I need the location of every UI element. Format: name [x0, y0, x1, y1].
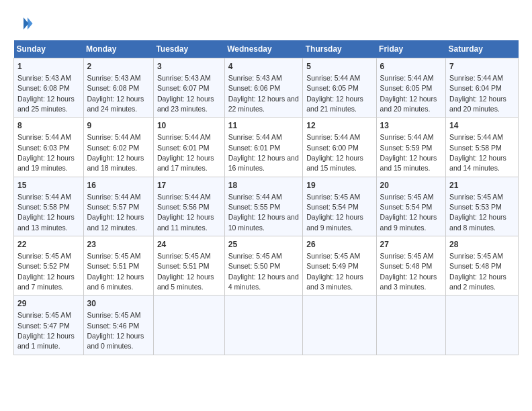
- calendar-cell: 25Sunrise: 5:45 AMSunset: 5:50 PMDayligh…: [224, 236, 303, 295]
- week-row-3: 15Sunrise: 5:44 AMSunset: 5:58 PMDayligh…: [14, 177, 519, 236]
- cell-content: Sunrise: 5:45 AMSunset: 5:51 PMDaylight:…: [87, 252, 144, 291]
- cell-content: Sunrise: 5:45 AMSunset: 5:47 PMDaylight:…: [17, 311, 75, 350]
- cell-content: Sunrise: 5:43 AMSunset: 6:06 PMDaylight:…: [228, 74, 299, 113]
- cell-content: Sunrise: 5:44 AMSunset: 5:59 PMDaylight:…: [380, 133, 437, 172]
- calendar-cell: 30Sunrise: 5:45 AMSunset: 5:46 PMDayligh…: [83, 295, 153, 355]
- day-number: 12: [306, 120, 372, 132]
- day-number: 9: [87, 120, 150, 132]
- calendar-cell: 19Sunrise: 5:45 AMSunset: 5:54 PMDayligh…: [303, 177, 376, 236]
- calendar-cell: 5Sunrise: 5:44 AMSunset: 6:05 PMDaylight…: [303, 58, 376, 118]
- calendar-cell: 12Sunrise: 5:44 AMSunset: 6:00 PMDayligh…: [303, 118, 376, 177]
- cell-content: Sunrise: 5:44 AMSunset: 6:00 PMDaylight:…: [306, 133, 363, 172]
- calendar-cell: 7Sunrise: 5:44 AMSunset: 6:04 PMDaylight…: [446, 58, 519, 118]
- cell-content: Sunrise: 5:44 AMSunset: 6:04 PMDaylight:…: [449, 74, 506, 113]
- calendar-cell: 10Sunrise: 5:44 AMSunset: 6:01 PMDayligh…: [153, 118, 224, 177]
- column-header-sunday: Sunday: [14, 40, 84, 58]
- day-number: 25: [228, 239, 300, 250]
- cell-content: Sunrise: 5:45 AMSunset: 5:46 PMDaylight:…: [87, 311, 144, 350]
- calendar-cell: 14Sunrise: 5:44 AMSunset: 5:58 PMDayligh…: [446, 118, 519, 177]
- day-number: 10: [157, 120, 221, 132]
- calendar-cell: 4Sunrise: 5:43 AMSunset: 6:06 PMDaylight…: [224, 58, 303, 118]
- day-number: 18: [228, 180, 300, 191]
- logo-icon: [13, 13, 34, 34]
- calendar-cell: 15Sunrise: 5:44 AMSunset: 5:58 PMDayligh…: [14, 177, 84, 236]
- day-number: 4: [228, 61, 300, 73]
- calendar-cell: 6Sunrise: 5:44 AMSunset: 6:05 PMDaylight…: [376, 58, 446, 118]
- cell-content: Sunrise: 5:44 AMSunset: 5:58 PMDaylight:…: [449, 133, 506, 172]
- cell-content: Sunrise: 5:44 AMSunset: 5:56 PMDaylight:…: [157, 193, 214, 232]
- cell-content: Sunrise: 5:45 AMSunset: 5:52 PMDaylight:…: [17, 252, 75, 291]
- calendar-cell: 23Sunrise: 5:45 AMSunset: 5:51 PMDayligh…: [83, 236, 153, 295]
- cell-content: Sunrise: 5:44 AMSunset: 5:58 PMDaylight:…: [17, 193, 75, 232]
- day-number: 21: [449, 180, 515, 191]
- column-header-tuesday: Tuesday: [153, 40, 224, 58]
- day-number: 27: [380, 239, 443, 250]
- cell-content: Sunrise: 5:44 AMSunset: 6:03 PMDaylight:…: [17, 133, 75, 172]
- day-number: 7: [449, 61, 515, 73]
- day-number: 14: [449, 120, 515, 132]
- day-number: 2: [87, 61, 150, 73]
- calendar-cell: 18Sunrise: 5:44 AMSunset: 5:55 PMDayligh…: [224, 177, 303, 236]
- cell-content: Sunrise: 5:45 AMSunset: 5:48 PMDaylight:…: [449, 252, 506, 291]
- day-number: 17: [157, 180, 221, 191]
- calendar-cell: 22Sunrise: 5:45 AMSunset: 5:52 PMDayligh…: [14, 236, 84, 295]
- calendar-cell: 17Sunrise: 5:44 AMSunset: 5:56 PMDayligh…: [153, 177, 224, 236]
- day-number: 13: [380, 120, 443, 132]
- calendar-cell: [303, 295, 376, 355]
- day-number: 16: [87, 180, 150, 191]
- day-number: 26: [306, 239, 372, 250]
- day-number: 11: [228, 120, 300, 132]
- calendar-cell: 9Sunrise: 5:44 AMSunset: 6:02 PMDaylight…: [83, 118, 153, 177]
- calendar-cell: 1Sunrise: 5:43 AMSunset: 6:08 PMDaylight…: [14, 58, 84, 118]
- cell-content: Sunrise: 5:45 AMSunset: 5:49 PMDaylight:…: [306, 252, 363, 291]
- column-header-thursday: Thursday: [303, 40, 376, 58]
- calendar-cell: 27Sunrise: 5:45 AMSunset: 5:48 PMDayligh…: [376, 236, 446, 295]
- calendar-cell: 21Sunrise: 5:45 AMSunset: 5:53 PMDayligh…: [446, 177, 519, 236]
- cell-content: Sunrise: 5:44 AMSunset: 6:05 PMDaylight:…: [306, 74, 363, 113]
- day-number: 6: [380, 61, 443, 73]
- calendar-cell: [224, 295, 303, 355]
- calendar-cell: 3Sunrise: 5:43 AMSunset: 6:07 PMDaylight…: [153, 58, 224, 118]
- calendar-cell: 20Sunrise: 5:45 AMSunset: 5:54 PMDayligh…: [376, 177, 446, 236]
- column-header-monday: Monday: [83, 40, 153, 58]
- calendar-table: SundayMondayTuesdayWednesdayThursdayFrid…: [13, 40, 519, 355]
- day-number: 1: [17, 61, 80, 73]
- calendar-cell: 26Sunrise: 5:45 AMSunset: 5:49 PMDayligh…: [303, 236, 376, 295]
- calendar-cell: 16Sunrise: 5:44 AMSunset: 5:57 PMDayligh…: [83, 177, 153, 236]
- cell-content: Sunrise: 5:45 AMSunset: 5:54 PMDaylight:…: [380, 193, 437, 232]
- day-number: 3: [157, 61, 221, 73]
- day-number: 20: [380, 180, 443, 191]
- cell-content: Sunrise: 5:45 AMSunset: 5:54 PMDaylight:…: [306, 193, 363, 232]
- day-number: 15: [17, 180, 80, 191]
- cell-content: Sunrise: 5:45 AMSunset: 5:51 PMDaylight:…: [157, 252, 214, 291]
- calendar-cell: 11Sunrise: 5:44 AMSunset: 6:01 PMDayligh…: [224, 118, 303, 177]
- day-number: 23: [87, 239, 150, 250]
- calendar-cell: 2Sunrise: 5:43 AMSunset: 6:08 PMDaylight…: [83, 58, 153, 118]
- calendar-cell: [376, 295, 446, 355]
- cell-content: Sunrise: 5:43 AMSunset: 6:08 PMDaylight:…: [17, 74, 75, 113]
- cell-content: Sunrise: 5:45 AMSunset: 5:48 PMDaylight:…: [380, 252, 437, 291]
- week-row-2: 8Sunrise: 5:44 AMSunset: 6:03 PMDaylight…: [14, 118, 519, 177]
- calendar-cell: 24Sunrise: 5:45 AMSunset: 5:51 PMDayligh…: [153, 236, 224, 295]
- calendar-cell: 29Sunrise: 5:45 AMSunset: 5:47 PMDayligh…: [14, 295, 84, 355]
- cell-content: Sunrise: 5:44 AMSunset: 5:55 PMDaylight:…: [228, 193, 299, 232]
- column-header-wednesday: Wednesday: [224, 40, 303, 58]
- header-row: SundayMondayTuesdayWednesdayThursdayFrid…: [14, 40, 519, 58]
- calendar-cell: [446, 295, 519, 355]
- day-number: 19: [306, 180, 372, 191]
- calendar-cell: [153, 295, 224, 355]
- day-number: 29: [17, 298, 80, 310]
- page-header: [13, 13, 519, 34]
- column-header-saturday: Saturday: [446, 40, 519, 58]
- day-number: 5: [306, 61, 372, 73]
- cell-content: Sunrise: 5:43 AMSunset: 6:07 PMDaylight:…: [157, 74, 214, 113]
- day-number: 22: [17, 239, 80, 250]
- cell-content: Sunrise: 5:44 AMSunset: 6:05 PMDaylight:…: [380, 74, 437, 113]
- calendar-cell: 28Sunrise: 5:45 AMSunset: 5:48 PMDayligh…: [446, 236, 519, 295]
- day-number: 8: [17, 120, 80, 132]
- column-header-friday: Friday: [376, 40, 446, 58]
- cell-content: Sunrise: 5:44 AMSunset: 6:01 PMDaylight:…: [228, 133, 299, 172]
- day-number: 24: [157, 239, 221, 250]
- cell-content: Sunrise: 5:43 AMSunset: 6:08 PMDaylight:…: [87, 74, 144, 113]
- calendar-cell: 13Sunrise: 5:44 AMSunset: 5:59 PMDayligh…: [376, 118, 446, 177]
